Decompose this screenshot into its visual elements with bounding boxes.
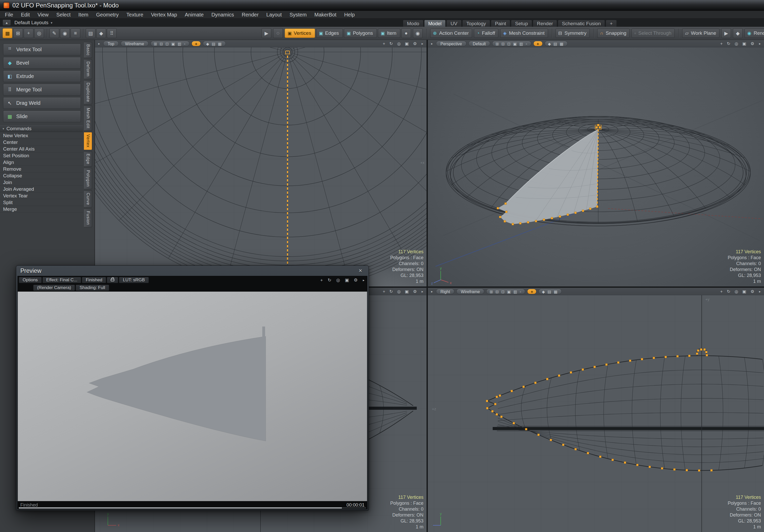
menu-view[interactable]: View	[34, 11, 53, 19]
command-align[interactable]: Align	[0, 159, 83, 166]
command-vertex-tear[interactable]: Vertex Tear	[0, 193, 83, 199]
tab-basic[interactable]: Basic	[84, 42, 92, 58]
viewport-more-icon[interactable]: ▸	[420, 289, 425, 293]
sphere-icon[interactable]: ●	[401, 28, 411, 38]
overlay-icons[interactable]: ◆ ▤ ▦	[203, 41, 226, 46]
layout-tab-topology[interactable]: Topology	[462, 20, 490, 27]
symmetry-button[interactable]: ⊟ Symmetry	[555, 29, 590, 38]
target-icon[interactable]: ◉	[60, 28, 70, 38]
pen-icon[interactable]: ✎	[50, 28, 59, 38]
tab-mesh-edit[interactable]: Mesh Edit	[84, 105, 92, 131]
preview-titlebar[interactable]: Preview ✕	[16, 266, 369, 276]
menu-texture[interactable]: Texture	[122, 11, 147, 19]
center-snap-icon[interactable]: ◎	[34, 28, 44, 38]
command-join-averaged[interactable]: Join Averaged	[0, 186, 83, 193]
snap-grid-icon[interactable]: ⊞	[13, 28, 23, 38]
snapping-button[interactable]: ∩ Snapping	[597, 29, 630, 38]
tab-duplicate[interactable]: Duplicate	[84, 80, 92, 104]
layout-tab-add[interactable]: +	[606, 20, 617, 27]
view-type-selector[interactable]: Right	[436, 289, 454, 294]
overlay-icons[interactable]: ◆ ▤ ▦	[538, 289, 561, 294]
tab-polygon[interactable]: Polygon	[84, 168, 92, 189]
preview-render-image[interactable]	[18, 291, 367, 501]
viewport-menu-icon[interactable]: ▸	[430, 289, 434, 293]
gem-icon[interactable]: ◆	[96, 28, 106, 38]
mode-item[interactable]: ▣ Item	[378, 29, 400, 38]
viewport-menu-icon[interactable]: ▸	[97, 42, 101, 46]
viewport-right[interactable]: ▸ Right Wireframe ⊞ ⊟ ⊡ ▣ ▥ ▫ + ◆ ▤ ▦ + …	[428, 288, 764, 532]
select-through-button[interactable]: ▫ Select Through	[632, 29, 675, 38]
menu-layout[interactable]: Layout	[263, 11, 286, 19]
viewport-more-icon[interactable]: ▸	[420, 42, 425, 46]
viewport-menu-icon[interactable]: ▸	[430, 42, 434, 46]
tool-extrude[interactable]: ◧ Extrude	[3, 70, 81, 82]
commands-header[interactable]: ▾ Commands	[0, 125, 83, 132]
viewport-more-icon[interactable]: ▸	[758, 289, 762, 293]
render-camera-selector[interactable]: (Render Camera)	[33, 285, 75, 291]
command-split[interactable]: Split	[0, 199, 83, 206]
list-icon[interactable]: ≡	[71, 28, 80, 38]
lut-selector[interactable]: LUT: sRGB	[119, 277, 148, 283]
display-option-icons[interactable]: ⊞ ⊟ ⊡ ▣ ▥ ▫	[492, 41, 531, 46]
layout-tab-setup[interactable]: Setup	[511, 20, 532, 27]
preview-nav-icons[interactable]: + ↻ ◎ ▣ ⚙	[320, 277, 360, 283]
rows-icon[interactable]: ▤	[86, 28, 96, 38]
viewport-top[interactable]: ▸ Top Wireframe ⊞ ⊟ ⊡ ▣ ▥ ▫ + ◆ ▤ ▦ + ↻ …	[95, 40, 427, 286]
paint-sphere-icon[interactable]: ◉	[413, 28, 423, 38]
options-button[interactable]: Options	[19, 277, 42, 283]
shading-selector[interactable]: Wireframe	[121, 41, 148, 46]
shading-selector[interactable]: Wireframe	[457, 289, 484, 294]
top-view-canvas[interactable]	[95, 40, 427, 286]
work-plane-button[interactable]: ▱ Work Plane	[682, 29, 719, 38]
layout-tab-paint[interactable]: Paint	[491, 20, 510, 27]
command-collapse[interactable]: Collapse	[0, 172, 83, 179]
layout-tab-modo[interactable]: Modo	[403, 20, 424, 27]
axis-cross-icon[interactable]: +	[24, 28, 34, 38]
workplane-grid-icon[interactable]: ▦	[3, 28, 12, 38]
tool-drag-weld[interactable]: ↖ Drag Weld	[3, 97, 81, 109]
tool-merge-tool[interactable]: ⠿ Merge Tool	[3, 84, 81, 95]
mode-polygons[interactable]: ▣ Polygons	[344, 29, 377, 38]
menu-file[interactable]: File	[1, 11, 17, 19]
menu-geometry[interactable]: Geometry	[92, 11, 122, 19]
mode-vertices[interactable]: ▣ Vertices	[285, 29, 315, 38]
view-type-selector[interactable]: Top	[103, 41, 119, 46]
right-view-canvas[interactable]	[428, 288, 764, 532]
gem2-icon[interactable]: ◆	[733, 28, 743, 38]
action-center-button[interactable]: ⊕ Action Center	[430, 29, 472, 38]
menu-animate[interactable]: Animate	[181, 11, 208, 19]
shading-mode-selector[interactable]: Shading: Full	[76, 285, 109, 291]
command-join[interactable]: Join	[0, 179, 83, 186]
layout-tab-render[interactable]: Render	[533, 20, 557, 27]
menu-vertex-map[interactable]: Vertex Map	[147, 11, 181, 19]
tool-slide[interactable]: ▦ Slide	[3, 110, 81, 122]
tab-fusion[interactable]: Fusion	[84, 209, 92, 227]
tab-edge[interactable]: Edge	[84, 151, 92, 167]
command-remove[interactable]: Remove	[0, 166, 83, 172]
menu-item[interactable]: Item	[75, 11, 92, 19]
falloff-button[interactable]: ◔ Falloff	[474, 29, 498, 38]
overlay-icons[interactable]: ◆ ▤ ▦	[545, 41, 568, 46]
layouts-dropdown[interactable]: Default Layouts ▾	[14, 20, 53, 26]
viewport-nav-icons[interactable]: + ↻ ◎ ▣ ⚙	[720, 41, 756, 46]
command-center-all-axis[interactable]: Center All Axis	[0, 146, 83, 152]
view-type-selector[interactable]: Perspective	[436, 41, 467, 46]
viewport-nav-icons[interactable]: + ↻ ◎ ▣ ⚙	[383, 289, 418, 294]
effect-selector[interactable]: Effect: Final C...	[43, 277, 81, 283]
menu-system[interactable]: System	[286, 11, 311, 19]
display-option-icons[interactable]: ⊞ ⊟ ⊡ ▣ ▥ ▫	[151, 41, 189, 46]
command-set-position[interactable]: Set Position	[0, 152, 83, 159]
tab-vertex[interactable]: Vertex	[84, 132, 92, 150]
tool-vertex-tool[interactable]: ⠛ Vertex Tool	[3, 44, 81, 55]
dots-icon[interactable]: ⠿	[107, 28, 116, 38]
layout-up-icon[interactable]: ▲	[3, 20, 11, 26]
preview-window[interactable]: Preview ✕ Options Effect: Final C... Fin…	[16, 266, 369, 511]
menu-help[interactable]: Help	[340, 11, 359, 19]
close-icon[interactable]: ✕	[356, 268, 364, 273]
finished-state-button[interactable]: Finished	[82, 277, 106, 283]
titlebar[interactable]: 02 UFO PenSnapping Tool.lxo* - Modo	[0, 0, 764, 11]
command-merge[interactable]: Merge	[0, 206, 83, 213]
axis-mode-icon[interactable]: +	[192, 41, 201, 46]
layout-tab-schematic-fusion[interactable]: Schematic Fusion	[558, 20, 605, 27]
menu-select[interactable]: Select	[53, 11, 75, 19]
